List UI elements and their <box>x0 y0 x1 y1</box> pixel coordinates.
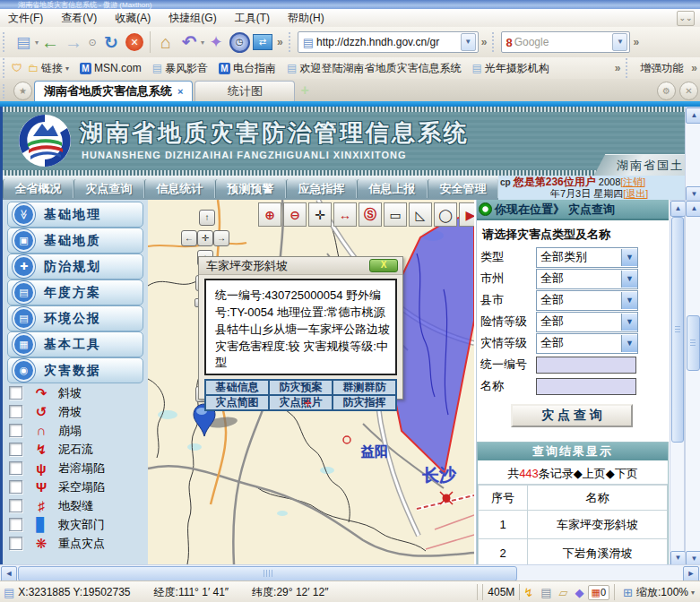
shield-icon[interactable]: 🛡 <box>12 62 22 74</box>
tab-main[interactable]: 湖南省地质灾害信息系统× <box>34 81 193 101</box>
tabbar-close-button[interactable]: ✕ <box>679 82 698 100</box>
menu-tools[interactable]: 工具(T) <box>227 9 278 28</box>
favorites-star-button[interactable]: ★ <box>13 82 32 100</box>
popup-close-button[interactable]: X <box>369 259 398 272</box>
chevron-down-icon[interactable]: ▼ <box>621 249 637 266</box>
map-viewport[interactable]: ⊕ ⊖ ✛ ↔ Ⓢ ▭ ◺ ◯ ▶ ↑ ← ✛ → ↓ − + 益阳 长沙 车 <box>148 200 474 564</box>
lightning-icon[interactable]: ↯ <box>523 586 533 599</box>
chevron-down-icon[interactable]: ▼ <box>621 292 637 309</box>
table-row[interactable]: 1 车家坪变形斜坡 <box>479 511 668 539</box>
link-msn[interactable]: MMSN.com <box>74 62 147 74</box>
select-polygon-tool[interactable]: ◺ <box>409 202 432 227</box>
banner-frame-scrollbar[interactable]: ▲ ▼ <box>685 107 700 202</box>
county-select[interactable]: 全部▼ <box>536 290 638 311</box>
stop-button[interactable]: ✕ <box>123 30 146 54</box>
logout-link[interactable]: [注销] <box>620 176 645 187</box>
scroll-up-button[interactable]: ▲ <box>670 201 686 217</box>
prev-page-link[interactable]: ◆上页 <box>574 467 606 480</box>
layer-checkbox[interactable] <box>9 443 22 456</box>
popup-tab-group-monitoring[interactable]: 群测群防 <box>333 380 396 395</box>
search-overflow[interactable]: » <box>630 36 642 48</box>
sidebar-item-disaster-data[interactable]: ◉灾害数据 <box>7 357 143 383</box>
pan-right-button[interactable]: → <box>213 230 229 246</box>
blocked-counter[interactable]: ▦0 <box>588 585 610 600</box>
exit-link[interactable]: [退出] <box>623 188 648 199</box>
nav-overview[interactable]: 全省概况 <box>3 179 73 198</box>
layer-checkbox[interactable] <box>9 537 22 550</box>
layer-checkbox[interactable] <box>9 405 22 418</box>
uid-input[interactable] <box>536 357 636 374</box>
zoom-level[interactable]: 缩放:100% <box>636 585 688 600</box>
danger-level-select[interactable]: 全部▼ <box>536 312 638 332</box>
sidebar-item-prevention-plan[interactable]: ✚防治规划 <box>7 254 143 280</box>
sidebar-item-environment-bulletin[interactable]: ▤环境公报 <box>7 305 143 331</box>
magic-wand-button[interactable]: ✦ <box>204 30 228 54</box>
disaster-level-select[interactable]: 全部▼ <box>536 333 638 354</box>
type-select[interactable]: 全部类别▼ <box>536 247 638 268</box>
popup-tab-site-photo[interactable]: 灾点照片✛ <box>269 395 333 410</box>
popup-tab-site-sketch[interactable]: 灾点简图 <box>205 395 269 410</box>
window-list-button[interactable]: ⇄ <box>251 30 274 54</box>
tab-statistics[interactable]: 统计图 <box>194 81 295 101</box>
new-tab-button[interactable]: + <box>300 82 308 99</box>
wrench-button[interactable]: ⚙ <box>657 82 676 100</box>
pan-up-button[interactable]: ↑ <box>199 210 215 226</box>
chevron-down-icon[interactable]: ▼ <box>621 335 637 352</box>
page-scrollbar[interactable]: ▲ ▼ <box>685 200 700 566</box>
nav-report[interactable]: 信息上报 <box>357 179 428 198</box>
new-page-button[interactable]: ▤ <box>12 30 35 54</box>
pan-left-button[interactable]: ← <box>181 230 197 246</box>
select-circle-tool[interactable]: ◯ <box>434 202 457 227</box>
popup-tab-basic-info[interactable]: 基础信息 <box>205 380 269 395</box>
toolbar-overflow[interactable]: » <box>274 36 286 48</box>
pan-tool[interactable]: ✛ <box>308 202 332 227</box>
menu-view[interactable]: 查看(V) <box>53 9 105 28</box>
zoom-out-tool[interactable]: ⊖ <box>283 202 307 227</box>
search-dropdown[interactable]: ▼ <box>612 33 627 51</box>
links-overflow[interactable]: » <box>612 62 624 74</box>
popup-tab-prevention-plan[interactable]: 防灾预案 <box>269 380 333 395</box>
links-folder[interactable]: 🗀链接▾ <box>22 61 74 76</box>
nav-emergency[interactable]: 应急指挥 <box>286 179 357 198</box>
search-box[interactable]: 8 Google ▼ <box>501 31 630 53</box>
link-radio-guide[interactable]: M电台指南 <box>213 61 281 76</box>
next-page-link[interactable]: ◆下页 <box>606 467 638 480</box>
table-row[interactable]: 2 下岩角溪滑坡 <box>479 539 668 565</box>
scroll-up-button[interactable]: ▲ <box>686 108 700 124</box>
history-clock-button[interactable]: ◷ <box>228 30 251 54</box>
diamond-icon[interactable]: ◆ <box>575 586 584 599</box>
forward-button[interactable]: → <box>62 30 85 54</box>
link-baofeng[interactable]: ▤暴风影音 <box>147 61 213 76</box>
layer-checkbox[interactable] <box>9 461 22 475</box>
new-folder-icon[interactable]: ▱ <box>559 586 568 599</box>
horizontal-scrollbar[interactable]: ◄ ► <box>0 564 700 581</box>
sidebar-item-base-geology[interactable]: ▣基础地质 <box>7 228 143 254</box>
scrollbar-thumb[interactable] <box>687 315 700 371</box>
select-point-tool[interactable]: ▶ <box>459 202 474 227</box>
address-bar[interactable]: ▤ http://dzzh.hndh.gov.cn/gr ▼ <box>298 31 479 53</box>
refresh-button[interactable]: ↻ <box>99 30 123 54</box>
printer-icon[interactable]: ▤ <box>540 586 551 599</box>
link-guangnian[interactable]: ▤光年摄影机构 <box>466 61 554 76</box>
address-overflow[interactable]: » <box>479 36 490 48</box>
zoom-in-tool[interactable]: ⊕ <box>258 202 281 227</box>
undo-button[interactable]: ↶ <box>177 30 201 54</box>
pan-center-button[interactable]: ✛ <box>197 230 213 246</box>
layer-checkbox[interactable] <box>9 386 22 400</box>
scrollbar-thumb[interactable] <box>18 566 517 581</box>
sidebar-item-basic-tools[interactable]: ▦基本工具 <box>7 331 143 357</box>
menu-file[interactable]: 文件(F) <box>0 9 51 28</box>
menu-groups[interactable]: 快捷组(G) <box>160 9 224 28</box>
layer-checkbox[interactable] <box>9 480 22 494</box>
layer-checkbox[interactable] <box>9 499 22 512</box>
select-rect-tool[interactable]: ▭ <box>384 202 407 227</box>
nav-statistics[interactable]: 信息统计 <box>144 179 215 198</box>
select-s-tool[interactable]: Ⓢ <box>359 202 382 227</box>
scrollbar-thumb[interactable] <box>671 217 684 443</box>
enhanced-features[interactable]: 增强功能 <box>635 61 688 76</box>
search-engine-icon[interactable]: 8 <box>506 36 512 49</box>
name-input[interactable] <box>536 378 636 395</box>
address-text[interactable]: http://dzzh.hndh.gov.cn/gr <box>316 36 439 48</box>
zoom-dropdown-icon[interactable]: ▾ <box>691 589 695 597</box>
chevron-down-icon[interactable]: ▼ <box>621 271 637 288</box>
